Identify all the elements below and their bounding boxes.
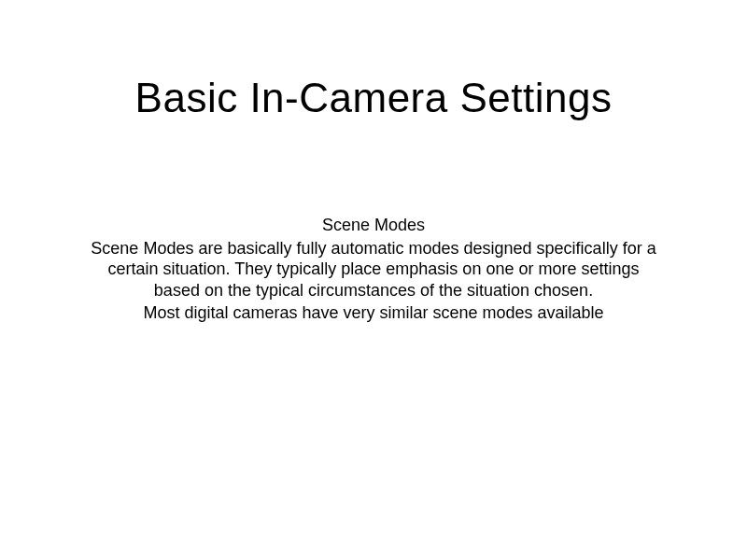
content-subtitle: Scene Modes: [84, 215, 663, 236]
slide-title: Basic In-Camera Settings: [84, 75, 663, 121]
slide-container: Basic In-Camera Settings Scene Modes Sce…: [0, 0, 747, 560]
content-paragraph-1: Scene Modes are basically fully automati…: [84, 238, 663, 301]
content-paragraph-2: Most digital cameras have very similar s…: [84, 302, 663, 324]
slide-content: Scene Modes Scene Modes are basically fu…: [84, 215, 663, 324]
